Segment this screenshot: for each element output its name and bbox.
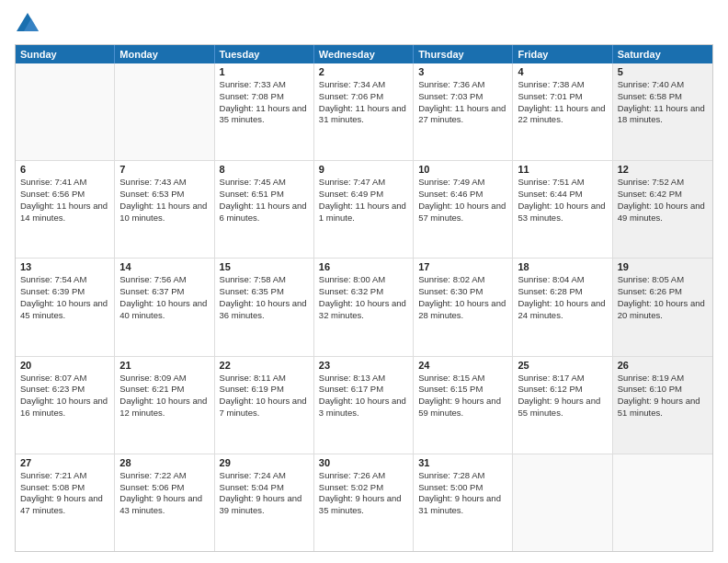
calendar-cell: 3Sunrise: 7:36 AMSunset: 7:03 PMDaylight… (414, 63, 513, 160)
calendar-cell: 6Sunrise: 7:41 AMSunset: 6:56 PMDaylight… (16, 161, 115, 258)
daylight-text: Daylight: 9 hours and 59 minutes. (418, 396, 507, 419)
logo-icon (15, 11, 40, 37)
day-number: 8 (220, 164, 309, 175)
daylight-text: Daylight: 9 hours and 39 minutes. (220, 493, 309, 517)
sunrise-text: Sunrise: 8:02 AM (418, 274, 507, 286)
day-number: 11 (518, 164, 607, 175)
calendar-cell: 22Sunrise: 8:11 AMSunset: 6:19 PMDayligh… (215, 357, 314, 454)
sunrise-text: Sunrise: 7:21 AM (20, 470, 109, 482)
calendar-cell: 20Sunrise: 8:07 AMSunset: 6:23 PMDayligh… (16, 357, 115, 454)
calendar-cell: 15Sunrise: 7:58 AMSunset: 6:35 PMDayligh… (215, 259, 314, 355)
sunset-text: Sunset: 6:19 PM (220, 384, 309, 396)
calendar-cell (613, 454, 712, 551)
calendar-week-0: 1Sunrise: 7:33 AMSunset: 7:08 PMDaylight… (16, 63, 712, 161)
daylight-text: Daylight: 10 hours and 16 minutes. (20, 396, 109, 419)
calendar-cell: 21Sunrise: 8:09 AMSunset: 6:21 PMDayligh… (115, 357, 214, 454)
daylight-text: Daylight: 10 hours and 3 minutes. (319, 396, 408, 419)
sunset-text: Sunset: 6:10 PM (618, 384, 708, 396)
sunset-text: Sunset: 6:46 PM (418, 189, 507, 201)
sunrise-text: Sunrise: 7:54 AM (20, 274, 109, 286)
day-number: 21 (119, 360, 209, 371)
sunset-text: Sunset: 6:28 PM (518, 286, 607, 298)
daylight-text: Daylight: 11 hours and 27 minutes. (418, 103, 507, 127)
day-number: 16 (319, 261, 408, 272)
calendar-header-tuesday: Tuesday (215, 45, 314, 63)
daylight-text: Daylight: 10 hours and 45 minutes. (20, 298, 109, 322)
calendar-header-wednesday: Wednesday (314, 45, 414, 63)
sunrise-text: Sunrise: 7:26 AM (319, 470, 408, 482)
calendar-cell: 28Sunrise: 7:22 AMSunset: 5:06 PMDayligh… (115, 454, 214, 551)
sunset-text: Sunset: 5:08 PM (20, 482, 109, 494)
sunset-text: Sunset: 6:44 PM (518, 189, 607, 201)
day-number: 26 (618, 360, 708, 371)
sunrise-text: Sunrise: 7:47 AM (319, 177, 408, 189)
daylight-text: Daylight: 10 hours and 40 minutes. (119, 298, 209, 322)
sunset-text: Sunset: 6:37 PM (119, 286, 209, 298)
calendar: SundayMondayTuesdayWednesdayThursdayFrid… (15, 44, 713, 552)
sunrise-text: Sunrise: 7:45 AM (220, 177, 309, 189)
sunrise-text: Sunrise: 7:34 AM (319, 79, 408, 91)
sunset-text: Sunset: 6:49 PM (319, 189, 408, 201)
calendar-cell: 31Sunrise: 7:28 AMSunset: 5:00 PMDayligh… (414, 454, 513, 551)
day-number: 14 (119, 261, 209, 272)
day-number: 20 (20, 360, 109, 371)
sunrise-text: Sunrise: 7:38 AM (518, 79, 607, 91)
sunrise-text: Sunrise: 8:00 AM (319, 274, 408, 286)
calendar-cell: 23Sunrise: 8:13 AMSunset: 6:17 PMDayligh… (314, 357, 414, 454)
calendar-header-sunday: Sunday (16, 45, 115, 63)
day-number: 3 (418, 66, 507, 77)
day-number: 29 (220, 457, 309, 468)
day-number: 9 (319, 164, 408, 175)
daylight-text: Daylight: 11 hours and 31 minutes. (319, 103, 408, 127)
sunset-text: Sunset: 6:15 PM (418, 384, 507, 396)
calendar-header-monday: Monday (115, 45, 214, 63)
calendar-cell: 8Sunrise: 7:45 AMSunset: 6:51 PMDaylight… (215, 161, 314, 258)
calendar-cell: 14Sunrise: 7:56 AMSunset: 6:37 PMDayligh… (115, 259, 214, 355)
sunrise-text: Sunrise: 7:51 AM (518, 177, 607, 189)
calendar-cell: 30Sunrise: 7:26 AMSunset: 5:02 PMDayligh… (314, 454, 414, 551)
calendar-cell: 12Sunrise: 7:52 AMSunset: 6:42 PMDayligh… (613, 161, 712, 258)
sunset-text: Sunset: 6:35 PM (220, 286, 309, 298)
day-number: 10 (418, 164, 507, 175)
calendar-cell: 2Sunrise: 7:34 AMSunset: 7:06 PMDaylight… (314, 63, 414, 160)
daylight-text: Daylight: 9 hours and 55 minutes. (518, 396, 607, 419)
sunset-text: Sunset: 6:30 PM (418, 286, 507, 298)
sunrise-text: Sunrise: 8:05 AM (618, 274, 708, 286)
calendar-cell: 10Sunrise: 7:49 AMSunset: 6:46 PMDayligh… (414, 161, 513, 258)
calendar-header-friday: Friday (513, 45, 612, 63)
day-number: 13 (20, 261, 109, 272)
sunrise-text: Sunrise: 7:28 AM (418, 470, 507, 482)
sunrise-text: Sunrise: 7:40 AM (618, 79, 708, 91)
sunrise-text: Sunrise: 7:56 AM (119, 274, 209, 286)
sunrise-text: Sunrise: 8:13 AM (319, 373, 408, 385)
sunrise-text: Sunrise: 7:33 AM (220, 79, 309, 91)
daylight-text: Daylight: 9 hours and 47 minutes. (20, 493, 109, 517)
day-number: 31 (418, 457, 507, 468)
daylight-text: Daylight: 10 hours and 28 minutes. (418, 298, 507, 322)
calendar-cell: 26Sunrise: 8:19 AMSunset: 6:10 PMDayligh… (613, 357, 712, 454)
daylight-text: Daylight: 9 hours and 31 minutes. (418, 493, 507, 517)
sunrise-text: Sunrise: 7:52 AM (618, 177, 708, 189)
daylight-text: Daylight: 11 hours and 18 minutes. (618, 103, 708, 127)
header (15, 11, 713, 37)
calendar-week-2: 13Sunrise: 7:54 AMSunset: 6:39 PMDayligh… (16, 259, 712, 356)
daylight-text: Daylight: 9 hours and 35 minutes. (319, 493, 408, 517)
calendar-cell: 4Sunrise: 7:38 AMSunset: 7:01 PMDaylight… (513, 63, 612, 160)
calendar-cell: 25Sunrise: 8:17 AMSunset: 6:12 PMDayligh… (513, 357, 612, 454)
sunset-text: Sunset: 5:00 PM (418, 482, 507, 494)
daylight-text: Daylight: 10 hours and 49 minutes. (618, 201, 708, 224)
day-number: 15 (220, 261, 309, 272)
sunrise-text: Sunrise: 8:17 AM (518, 373, 607, 385)
daylight-text: Daylight: 10 hours and 53 minutes. (518, 201, 607, 224)
sunset-text: Sunset: 5:04 PM (220, 482, 309, 494)
sunset-text: Sunset: 6:58 PM (618, 91, 708, 103)
sunrise-text: Sunrise: 8:19 AM (618, 373, 708, 385)
calendar-header-thursday: Thursday (414, 45, 513, 63)
sunrise-text: Sunrise: 8:15 AM (418, 373, 507, 385)
sunset-text: Sunset: 6:12 PM (518, 384, 607, 396)
calendar-cell (115, 63, 214, 160)
calendar-cell: 13Sunrise: 7:54 AMSunset: 6:39 PMDayligh… (16, 259, 115, 355)
sunset-text: Sunset: 6:23 PM (20, 384, 109, 396)
calendar-week-3: 20Sunrise: 8:07 AMSunset: 6:23 PMDayligh… (16, 357, 712, 454)
sunset-text: Sunset: 6:53 PM (119, 189, 209, 201)
